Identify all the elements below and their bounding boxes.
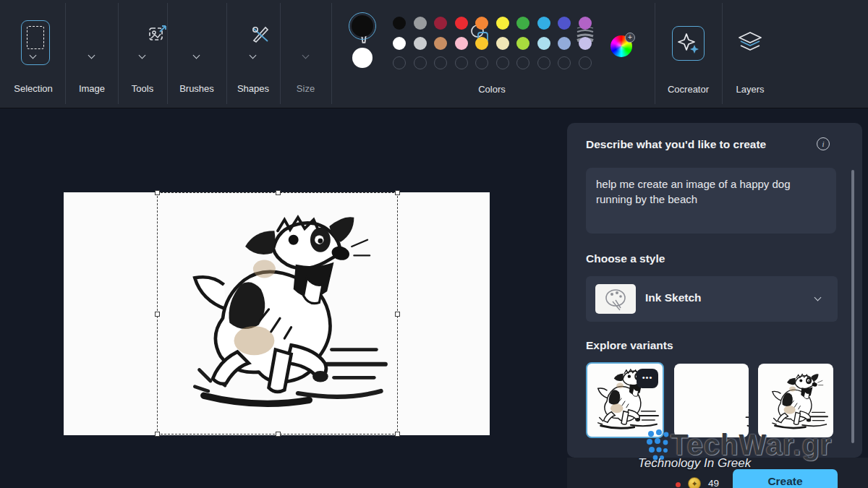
color-swatch[interactable] [537, 37, 550, 50]
panel-scrollbar[interactable] [851, 170, 854, 443]
layers-button[interactable]: Layers [723, 0, 778, 108]
cocreator-button[interactable]: Cocreator [655, 0, 721, 108]
chevron-down-icon[interactable] [88, 52, 95, 59]
chevron-down-icon [814, 294, 822, 301]
resize-handle-nw[interactable] [155, 190, 160, 195]
shapes-menu-button[interactable]: Shapes [226, 0, 280, 108]
color-swatch[interactable] [558, 17, 571, 30]
size-menu-label: Size [280, 83, 331, 94]
empty-color-slot[interactable] [558, 56, 571, 69]
variant-thumbnail-1[interactable]: ••• [586, 362, 664, 438]
background-swatch[interactable] [352, 48, 373, 68]
watermark-tagline: Technology In Greek [638, 456, 751, 471]
chevron-down-icon[interactable] [250, 52, 257, 59]
style-thumbnail [595, 284, 636, 314]
color-swatch[interactable] [496, 37, 509, 50]
color-swatch[interactable] [516, 37, 529, 50]
generated-dog-image [166, 199, 390, 429]
color-palette [393, 17, 592, 77]
cocreator-label: Cocreator [655, 84, 721, 95]
create-button[interactable]: Create [733, 469, 838, 488]
chevron-down-icon[interactable] [139, 52, 146, 59]
empty-color-slot[interactable] [496, 56, 509, 69]
color-swatch[interactable] [414, 37, 427, 50]
info-icon[interactable]: i [817, 137, 830, 150]
color-swatch[interactable] [393, 17, 406, 30]
color-swatch[interactable] [475, 17, 488, 30]
style-dropdown[interactable]: Ink Sketch [586, 276, 838, 322]
selection-tool-button[interactable]: Selection [1, 0, 65, 108]
toolbar-divider [331, 3, 332, 104]
empty-color-slot[interactable] [434, 56, 447, 69]
variant-2-image [674, 364, 749, 437]
drawing-canvas[interactable] [64, 192, 490, 435]
empty-color-slot[interactable] [516, 56, 529, 69]
layers-icon [737, 31, 763, 54]
color-swatch[interactable] [558, 37, 571, 50]
brushes-menu-label: Brushes [167, 83, 226, 94]
add-color-icon[interactable]: + [625, 33, 635, 43]
chevron-down-icon [302, 52, 309, 59]
variant-thumbnail-2[interactable] [674, 364, 749, 437]
resize-handle-n[interactable] [276, 190, 281, 195]
color-swatch[interactable] [579, 17, 592, 30]
variant-3-image [758, 364, 833, 437]
resize-handle-s[interactable] [276, 432, 281, 437]
panel-title: Describe what you'd like to create [586, 138, 766, 151]
color-swatch[interactable] [516, 17, 529, 30]
size-menu-button[interactable]: Size [280, 0, 331, 108]
credits-coin-icon: ✦ [688, 477, 701, 488]
style-section-label: Choose a style [586, 252, 665, 265]
selection-region[interactable] [157, 192, 398, 435]
empty-color-slot[interactable] [393, 56, 406, 69]
resize-handle-se[interactable] [395, 432, 400, 437]
image-menu-button[interactable]: Image [66, 0, 118, 108]
color-swatch[interactable] [414, 17, 427, 30]
brushes-menu-button[interactable]: Brushes [167, 0, 226, 108]
color-swatch[interactable] [393, 37, 406, 50]
selection-tool-label: Selection [1, 83, 65, 94]
empty-color-slot[interactable] [455, 56, 468, 69]
empty-color-slot[interactable] [579, 56, 592, 69]
resize-handle-w[interactable] [155, 312, 160, 317]
color-swatch[interactable] [455, 37, 468, 50]
red-indicator-dot [676, 482, 681, 487]
image-menu-label: Image [66, 83, 118, 94]
color-swatch[interactable] [537, 17, 550, 30]
more-options-icon[interactable]: ••• [637, 369, 658, 388]
variant-thumbnail-3[interactable] [758, 364, 833, 437]
style-selected-value: Ink Sketch [645, 291, 702, 304]
ribbon-toolbar: Selection Image Tools [0, 0, 868, 108]
resize-handle-ne[interactable] [395, 190, 400, 195]
layers-label: Layers [723, 84, 778, 95]
paint-app-window: Selection Image Tools [0, 0, 868, 488]
empty-color-slot[interactable] [537, 56, 550, 69]
resize-handle-sw[interactable] [155, 432, 160, 437]
empty-color-slot[interactable] [414, 56, 427, 69]
palette-sketch-icon [595, 284, 636, 314]
credits-count: 49 [708, 478, 719, 488]
color-swatch[interactable] [434, 17, 447, 30]
empty-color-slot[interactable] [475, 56, 488, 69]
chevron-down-icon[interactable] [193, 52, 200, 59]
tools-menu-label: Tools [118, 83, 167, 94]
shapes-menu-label: Shapes [226, 83, 280, 94]
resize-handle-e[interactable] [395, 312, 400, 317]
prompt-input[interactable]: help me create an image of a happy dog r… [586, 168, 836, 234]
foreground-swatch[interactable] [352, 15, 373, 37]
colors-group-label: Colors [405, 84, 579, 95]
selection-icon [27, 26, 44, 49]
variants-section-label: Explore variants [586, 339, 673, 352]
color-swatch[interactable] [496, 17, 509, 30]
color-swatch[interactable] [455, 17, 468, 30]
color-swatch[interactable] [579, 37, 592, 50]
color-swatch[interactable] [434, 37, 447, 50]
color-swatch[interactable] [475, 37, 488, 50]
cocreator-sparkle-icon [677, 32, 700, 55]
tools-menu-button[interactable]: Tools [118, 0, 167, 108]
